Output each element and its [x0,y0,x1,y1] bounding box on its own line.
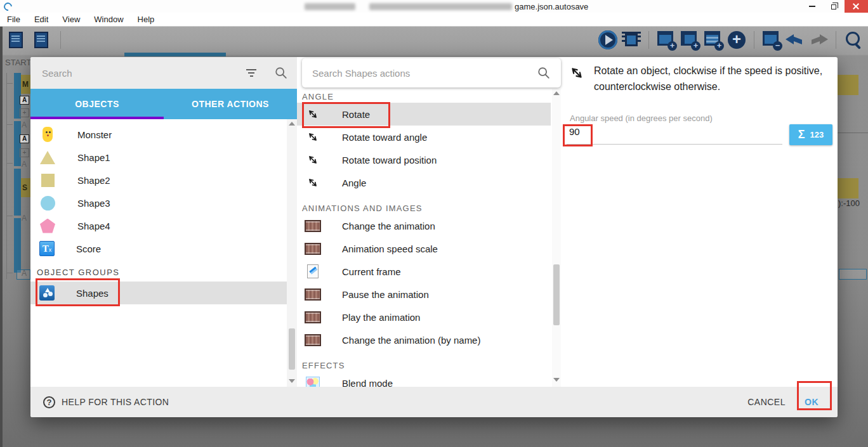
scroll-up-icon[interactable] [289,122,295,126]
event-selection-bar [14,218,21,273]
undo-icon[interactable] [786,30,805,49]
object-item-shape1[interactable]: Shape1 [30,146,287,169]
filmstrip-icon [305,286,321,302]
action-item-rotate-toward-angle[interactable]: Rotate toward angle [297,126,551,148]
action-item-play-the-animation[interactable]: Play the animation [297,306,551,328]
menu-item-window[interactable]: Window [87,15,130,24]
angular-speed-input[interactable]: 90 [569,126,580,137]
object-item-shape3[interactable]: Shape3 [30,191,287,214]
object-item-shape4[interactable]: Shape4 [30,214,287,237]
rotate-arrow-icon [305,174,321,191]
add-subevent-icon[interactable] [680,30,699,49]
delete-event-icon[interactable] [762,30,781,49]
comment-block: M [21,75,30,94]
object-item-score[interactable]: Score [30,237,287,260]
redo-icon[interactable] [809,30,828,49]
objects-scrollbar[interactable] [287,119,297,387]
actions-search-bar: Search Shapes actions [302,58,561,87]
search-icon[interactable] [274,66,288,80]
close-button[interactable] [845,0,868,13]
action-item-angle[interactable]: Angle [297,171,551,194]
scroll-down-icon[interactable] [553,378,560,382]
add-event-icon[interactable] [657,30,676,49]
object-groups-header: OBJECT GROUPS [30,265,287,279]
group-item-shapes[interactable]: Shapes [30,282,287,304]
add-circle-icon[interactable] [727,30,746,49]
add-action-fragment: + [20,148,29,157]
dialog-footer: ? HELP FOR THIS ACTION CANCEL OK [30,387,838,417]
toolbar-divider [754,31,754,49]
object-item-shape2[interactable]: Shape2 [30,169,287,191]
debug-icon[interactable] [622,30,641,49]
action-label: Pause the animation [342,289,429,300]
cancel-button[interactable]: CANCEL [747,397,786,407]
scrollbar-thumb[interactable] [289,328,295,370]
group-label: Shapes [76,288,109,299]
tab-other-actions[interactable]: OTHER ACTIONS [164,89,297,119]
add-comment-icon[interactable] [704,30,723,49]
action-description: Rotate an object, clockwise if the speed… [594,63,845,95]
text-icon [39,241,55,256]
tab-objects[interactable]: OBJECTS [30,89,164,119]
object-label: Shape1 [77,152,110,163]
help-icon: ? [43,396,55,408]
actions-search-input[interactable]: Search Shapes actions [312,68,537,79]
event-field-fragment [839,269,867,280]
scroll-down-icon[interactable] [289,379,295,383]
action-item-blend-mode[interactable]: Blend mode [297,372,551,387]
search-icon[interactable] [844,30,863,49]
menu-bar: FileEditViewWindowHelp [0,13,868,27]
menu-item-edit[interactable]: Edit [27,15,55,24]
action-item-change-the-animation[interactable]: Change the animation [297,214,551,237]
triangle-icon [39,149,56,165]
scrollbar-thumb[interactable] [553,264,560,325]
action-item-change-the-animation-by-name[interactable]: Change the animation (by name) [297,328,551,351]
pentagon-icon [39,217,56,234]
objects-search-input[interactable]: Search [42,68,245,79]
events-tree-line [6,73,7,279]
filter-icon[interactable] [245,69,258,77]
search-icon[interactable] [537,66,551,80]
menu-item-help[interactable]: Help [131,15,162,24]
expression-editor-button[interactable]: Σ 123 [789,124,832,145]
rotate-arrow-icon [305,129,321,145]
action-label: Blend mode [342,378,393,387]
action-item-rotate-toward-position[interactable]: Rotate toward position [297,148,551,171]
menu-item-view[interactable]: View [55,15,87,24]
project-manager-icon[interactable] [6,30,25,49]
scene-tab-indicator [124,53,226,56]
scene-editor-icon[interactable] [32,30,51,49]
action-label: Current frame [342,266,401,277]
window-title-text: game.json.autosave [515,2,588,11]
comment-block: S [21,178,30,197]
circle-icon [39,195,56,211]
ok-button[interactable]: OK [805,397,819,407]
sigma-icon: Σ [798,128,805,141]
minimize-button[interactable] [801,0,823,13]
objects-list: MonsterShape1Shape2Shape3Shape4ScoreOBJE… [30,119,287,387]
action-item-pause-the-animation[interactable]: Pause the animation [297,283,551,306]
input-underline [567,144,782,145]
play-icon[interactable] [598,30,617,49]
restore-button[interactable] [823,0,845,13]
section-header-angle: ANGLE [297,90,551,103]
action-label: Angle [342,178,366,188]
action-item-current-frame[interactable]: Current frame [297,260,551,283]
action-item-rotate[interactable]: Rotate [297,103,551,126]
events-tab-label: START [5,58,31,67]
action-item-animation-speed-scale[interactable]: Animation speed scale [297,237,551,260]
action-label: Change the animation (by name) [342,335,480,346]
object-item-monster[interactable]: Monster [30,123,287,146]
events-divider [838,133,868,133]
object-label: Score [76,243,101,254]
toolbar [0,27,868,55]
menu-item-file[interactable]: File [0,15,27,24]
actions-scrollbar[interactable] [552,89,561,387]
window-title: game.json.autosave [305,0,588,13]
scroll-up-icon[interactable] [553,91,560,95]
object-label: Shape4 [77,221,110,231]
help-button[interactable]: ? HELP FOR THIS ACTION [43,396,169,408]
window-controls [801,0,868,13]
actions-list: ANGLERotateRotate toward angleRotate tow… [297,89,551,387]
section-header-effects: EFFECTS [297,359,551,372]
